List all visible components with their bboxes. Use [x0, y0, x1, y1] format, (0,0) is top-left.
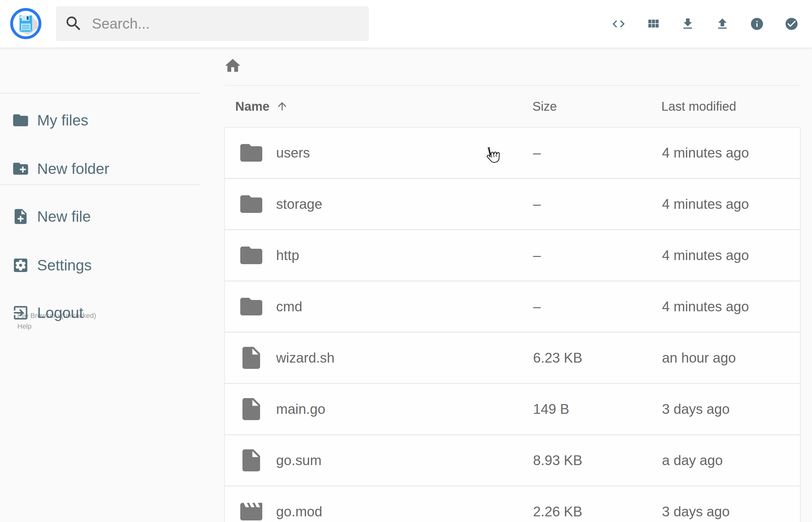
sort-by-modified-header[interactable]: Last modified: [662, 99, 736, 114]
sidebar-divider: [0, 93, 199, 94]
file-modified: 3 days ago: [662, 504, 730, 520]
top-bar: [0, 0, 812, 47]
file-modified: 4 minutes ago: [662, 299, 749, 315]
file-name: http: [276, 247, 299, 263]
file-modified: a day ago: [662, 453, 723, 468]
sidebar-item-label: New file: [37, 208, 91, 225]
sort-by-name-header[interactable]: Name: [235, 99, 288, 114]
shell-toggle-button[interactable]: [611, 17, 626, 31]
grid-icon: [646, 17, 661, 31]
table-row[interactable]: go.sum 8.93 KB a day ago: [225, 435, 800, 486]
sidebar-divider: [0, 184, 199, 185]
floppy-disk-logo-icon: [10, 8, 41, 39]
folder-plus-icon: [12, 160, 29, 178]
table-row[interactable]: go.mod 2.26 KB 3 days ago: [225, 486, 800, 522]
help-link[interactable]: Help: [17, 321, 96, 332]
download-button[interactable]: [681, 17, 695, 31]
table-row[interactable]: http – 4 minutes ago: [225, 230, 800, 281]
sort-by-size-header[interactable]: Size: [532, 99, 557, 114]
file-modified: 3 days ago: [662, 401, 730, 417]
sidebar-item-new-folder[interactable]: New folder: [12, 159, 109, 179]
sidebar-item-label: New folder: [37, 160, 109, 177]
view-mode-button[interactable]: [646, 17, 661, 31]
sidebar-item-logout[interactable]: Logout: [12, 302, 83, 323]
file-size: –: [533, 299, 541, 315]
breadcrumb-home-button[interactable]: [224, 57, 242, 75]
search-icon: [64, 14, 83, 33]
check-circle-icon: [784, 17, 799, 31]
table-row[interactable]: main.go 149 B 3 days ago: [225, 384, 800, 435]
sidebar-item-label: My files: [37, 112, 88, 129]
sidebar-item-label: Settings: [37, 257, 92, 274]
code-icon: [611, 17, 626, 31]
file-name: cmd: [276, 299, 302, 315]
file-size: 6.23 KB: [533, 350, 583, 366]
table-row[interactable]: users – 4 minutes ago: [225, 128, 800, 179]
folder-icon: [238, 140, 264, 166]
file-plus-icon: [12, 207, 29, 225]
info-icon: [750, 17, 764, 31]
file-icon: [238, 345, 264, 371]
folder-icon: [12, 111, 29, 129]
file-name: storage: [276, 196, 322, 212]
table-row[interactable]: wizard.sh 6.23 KB an hour ago: [225, 333, 800, 384]
file-size: –: [533, 196, 541, 212]
movie-icon: [238, 498, 264, 522]
table-row[interactable]: storage – 4 minutes ago: [225, 179, 800, 230]
file-modified: 4 minutes ago: [662, 247, 749, 263]
toolbar-actions: [611, 0, 799, 47]
upload-icon: [715, 17, 730, 31]
filebrowser-app: File Browser v(untracked) Help My files …: [0, 0, 812, 522]
file-modified: 4 minutes ago: [662, 145, 749, 161]
file-name: users: [276, 145, 310, 161]
file-modified: 4 minutes ago: [662, 196, 749, 212]
listing-header: Name Size Last modified: [0, 99, 812, 114]
file-size: 8.93 KB: [533, 453, 583, 468]
sort-ascending-arrow-icon: [276, 100, 288, 113]
file-name: main.go: [276, 401, 325, 417]
file-size: –: [533, 247, 541, 263]
download-icon: [681, 17, 695, 31]
search-bar[interactable]: [56, 6, 369, 41]
file-listing: users – 4 minutes ago storage – 4 minute…: [224, 127, 801, 522]
select-multiple-button[interactable]: [784, 17, 799, 31]
filebrowser-logo[interactable]: [10, 8, 41, 39]
search-input[interactable]: [92, 15, 350, 32]
sidebar-item-label: Logout: [37, 304, 83, 321]
file-icon: [238, 396, 264, 422]
file-name: wizard.sh: [276, 350, 334, 366]
table-row[interactable]: cmd – 4 minutes ago: [225, 281, 800, 333]
file-name: go.mod: [276, 504, 322, 520]
file-name: go.sum: [276, 453, 321, 468]
breadcrumb-divider: [224, 85, 801, 86]
sidebar-item-new-file[interactable]: New file: [12, 206, 91, 226]
file-size: –: [533, 145, 541, 161]
upload-button[interactable]: [715, 17, 730, 31]
folder-icon: [238, 242, 264, 268]
file-icon: [238, 447, 264, 474]
folder-icon: [238, 191, 264, 217]
sidebar-item-settings[interactable]: Settings: [12, 255, 92, 275]
file-size: 149 B: [533, 401, 569, 417]
folder-icon: [238, 294, 264, 320]
home-icon: [224, 57, 242, 75]
file-modified: an hour ago: [662, 350, 736, 366]
sidebar: File Browser v(untracked) Help My files …: [0, 47, 199, 522]
info-button[interactable]: [750, 17, 764, 31]
logout-icon: [12, 304, 29, 322]
file-size: 2.26 KB: [533, 504, 583, 520]
settings-icon: [12, 256, 29, 274]
